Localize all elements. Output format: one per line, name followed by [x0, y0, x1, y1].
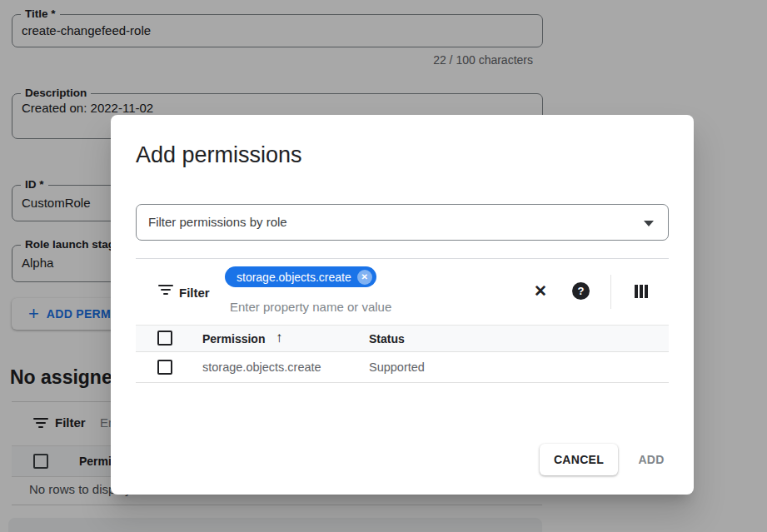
- table-header-row: Permission ↑ Status: [136, 325, 669, 352]
- filter-label: Filter: [179, 286, 210, 300]
- filter-chip[interactable]: storage.objects.create ✕: [225, 266, 376, 287]
- add-button[interactable]: ADD: [614, 444, 689, 475]
- column-display-icon[interactable]: [635, 285, 648, 298]
- dialog-title: Add permissions: [136, 142, 302, 168]
- row-checkbox[interactable]: [157, 360, 172, 375]
- table-filter-bar[interactable]: Filter storage.objects.create ✕ Enter pr…: [136, 259, 669, 325]
- filter-input-placeholder[interactable]: Enter property name or value: [230, 300, 391, 314]
- table-row[interactable]: storage.objects.create Supported: [136, 352, 669, 383]
- divider: [610, 275, 611, 309]
- arrow-drop-down-icon: [644, 221, 654, 226]
- permission-column-header[interactable]: Permission: [202, 332, 265, 346]
- add-permissions-dialog: Add permissions Filter permissions by ro…: [111, 115, 694, 495]
- permissions-table-card: Filter storage.objects.create ✕ Enter pr…: [136, 258, 669, 383]
- status-cell: Supported: [369, 360, 425, 374]
- chip-close-icon[interactable]: ✕: [357, 270, 372, 285]
- clear-filter-icon[interactable]: ✕: [530, 281, 551, 302]
- filter-chip-label: storage.objects.create: [237, 271, 351, 284]
- help-icon[interactable]: ?: [572, 282, 590, 300]
- cancel-button[interactable]: CANCEL: [540, 444, 618, 475]
- sort-ascending-icon[interactable]: ↑: [276, 330, 283, 346]
- status-column-header[interactable]: Status: [369, 332, 405, 346]
- filter-by-role-dropdown[interactable]: Filter permissions by role: [136, 204, 669, 241]
- role-dropdown-value: Filter permissions by role: [148, 215, 287, 229]
- filter-icon: [158, 285, 173, 296]
- screen: Title * create-changefeed-role 22 / 100 …: [0, 0, 767, 532]
- select-all-checkbox[interactable]: [157, 331, 172, 346]
- permission-cell: storage.objects.create: [202, 360, 321, 374]
